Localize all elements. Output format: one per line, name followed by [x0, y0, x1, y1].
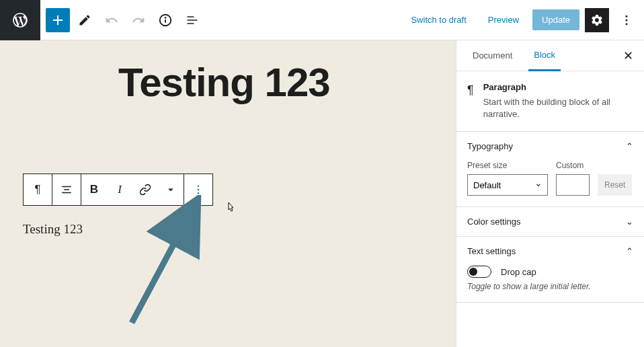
text-settings-panel: Text settings ⌃ Drop cap Toggle to show …	[456, 237, 644, 303]
tab-document[interactable]: Document	[467, 41, 518, 70]
typography-panel: Typography ⌃ Preset size Default Custom	[456, 132, 644, 207]
link-button[interactable]	[132, 174, 158, 205]
typography-panel-toggle[interactable]: Typography ⌃	[456, 132, 644, 161]
editor-topbar: Switch to draft Preview Update	[0, 0, 644, 40]
bold-button[interactable]: B	[81, 174, 107, 205]
more-menu-button[interactable]	[614, 8, 639, 32]
close-sidebar-button[interactable]: ✕	[623, 48, 633, 63]
add-block-button[interactable]	[46, 8, 70, 32]
block-options-button[interactable]	[184, 174, 212, 205]
chevron-up-icon: ⌃	[626, 141, 633, 151]
preset-size-label: Preset size	[467, 161, 548, 170]
color-settings-panel: Color settings ⌄	[456, 207, 644, 237]
italic-button[interactable]: I	[107, 174, 132, 205]
block-info-panel: ¶ Paragraph Start with the building bloc…	[456, 71, 644, 132]
sidebar-tabs: Document Block ✕	[456, 40, 644, 71]
reset-size-button[interactable]: Reset	[598, 174, 632, 196]
block-type-button[interactable]: ¶	[24, 174, 52, 205]
custom-size-label: Custom	[556, 161, 590, 170]
redo-button[interactable]	[126, 8, 151, 32]
svg-point-3	[626, 15, 628, 17]
svg-point-5	[626, 23, 628, 25]
typography-title: Typography	[467, 141, 513, 151]
custom-size-input[interactable]	[556, 174, 590, 196]
svg-point-7	[198, 189, 199, 190]
svg-point-6	[198, 186, 199, 187]
switch-to-draft-button[interactable]: Switch to draft	[403, 9, 474, 30]
paragraph-block[interactable]: Testing 123	[23, 222, 83, 237]
svg-point-4	[626, 19, 628, 21]
drop-cap-label: Drop cap	[501, 267, 536, 277]
undo-button[interactable]	[99, 8, 124, 32]
preset-size-select[interactable]: Default	[467, 174, 548, 196]
chevron-down-icon: ⌄	[626, 217, 633, 227]
color-settings-title: Color settings	[467, 217, 520, 227]
svg-point-2	[165, 17, 166, 17]
outline-button[interactable]	[180, 8, 204, 32]
wordpress-logo[interactable]	[0, 0, 40, 40]
tab-block[interactable]: Block	[528, 40, 561, 71]
edit-mode-button[interactable]	[73, 8, 97, 32]
more-formatting-button[interactable]	[158, 174, 184, 205]
block-name-label: Paragraph	[483, 82, 633, 92]
text-settings-toggle[interactable]: Text settings ⌃	[456, 237, 644, 266]
text-settings-title: Text settings	[467, 246, 516, 256]
align-button[interactable]	[52, 174, 81, 205]
block-description: Start with the building block of all nar…	[483, 96, 633, 120]
pointer-cursor-icon	[225, 202, 237, 215]
drop-cap-hint: Toggle to show a large initial letter.	[467, 282, 633, 291]
settings-sidebar: Document Block ✕ ¶ Paragraph Start with …	[456, 40, 644, 347]
post-title[interactable]: Testing 123	[118, 59, 456, 106]
drop-cap-toggle[interactable]	[467, 266, 491, 278]
annotation-arrow	[125, 195, 212, 330]
settings-button[interactable]	[585, 8, 609, 32]
block-toolbar: ¶ B I	[23, 174, 213, 206]
svg-line-10	[132, 203, 196, 323]
paragraph-icon: ¶	[467, 82, 474, 120]
svg-point-8	[198, 192, 199, 194]
chevron-up-icon: ⌃	[626, 246, 633, 256]
color-settings-toggle[interactable]: Color settings ⌄	[456, 207, 644, 236]
info-button[interactable]	[153, 8, 177, 32]
preview-button[interactable]: Preview	[480, 9, 527, 30]
editor-canvas[interactable]: Testing 123 ¶ B I Testing 123	[0, 40, 456, 347]
update-button[interactable]: Update	[532, 9, 579, 30]
